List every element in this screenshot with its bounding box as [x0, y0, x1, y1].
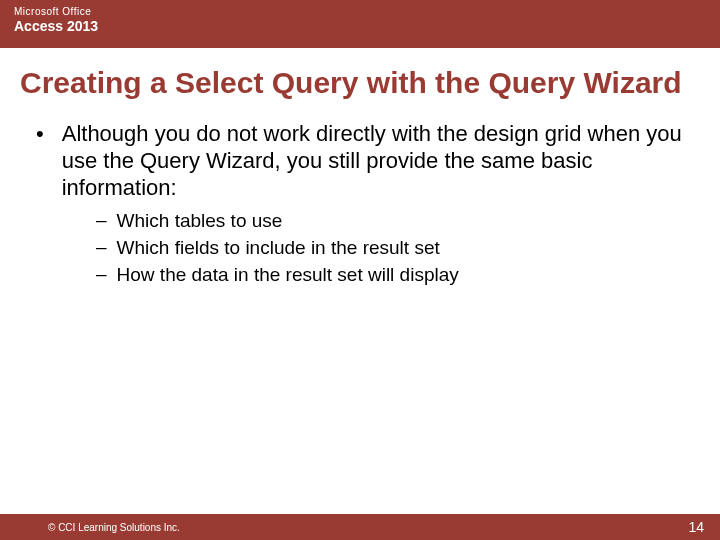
- dash-icon: –: [96, 263, 107, 285]
- sub-bullet-item: – How the data in the result set will di…: [96, 263, 684, 288]
- sub-bullet-text: Which tables to use: [117, 209, 283, 234]
- header-bar: Microsoft Office Access 2013: [0, 0, 720, 48]
- sub-bullet-list: – Which tables to use – Which fields to …: [96, 209, 684, 287]
- header-brand: Microsoft Office: [14, 6, 706, 17]
- header-product: Access 2013: [14, 18, 706, 34]
- sub-bullet-text: Which fields to include in the result se…: [117, 236, 440, 261]
- slide-title: Creating a Select Query with the Query W…: [0, 48, 720, 121]
- page-number: 14: [688, 519, 704, 535]
- dash-icon: –: [96, 209, 107, 231]
- dash-icon: –: [96, 236, 107, 258]
- content-area: • Although you do not work directly with…: [0, 121, 720, 288]
- sub-bullet-item: – Which fields to include in the result …: [96, 236, 684, 261]
- sub-bullet-item: – Which tables to use: [96, 209, 684, 234]
- sub-bullet-text: How the data in the result set will disp…: [117, 263, 459, 288]
- footer-bar: © CCI Learning Solutions Inc. 14: [0, 514, 720, 540]
- footer-copyright: © CCI Learning Solutions Inc.: [48, 522, 180, 533]
- bullet-icon: •: [36, 121, 44, 147]
- main-bullet-text: Although you do not work directly with t…: [62, 121, 684, 201]
- main-bullet: • Although you do not work directly with…: [36, 121, 684, 201]
